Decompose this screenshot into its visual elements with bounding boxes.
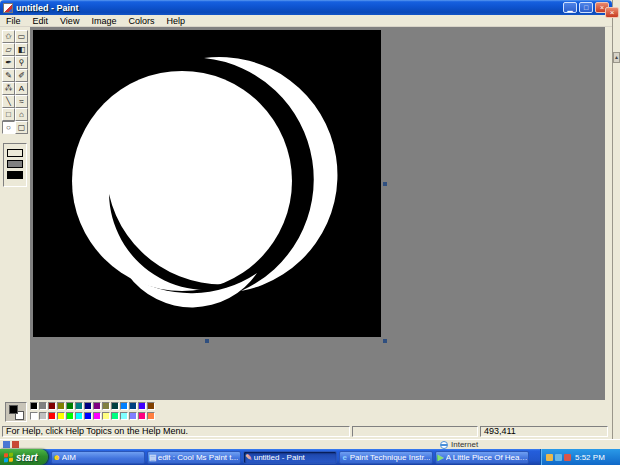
tool-ellipse[interactable]: ○ <box>2 121 15 134</box>
fill-style-outline-option[interactable] <box>7 149 23 157</box>
palette-swatch[interactable] <box>57 412 65 420</box>
palette-swatch[interactable] <box>57 402 65 410</box>
statusbar-mini-icon <box>12 441 19 448</box>
canvas-resize-handle-right[interactable] <box>383 182 387 186</box>
tool-curve[interactable]: ≈ <box>15 95 28 108</box>
palette-swatch[interactable] <box>39 412 47 420</box>
palette-swatch[interactable] <box>39 402 47 410</box>
tray-icon[interactable] <box>555 454 562 461</box>
palette-swatch[interactable] <box>138 402 146 410</box>
fill-icon: ◧ <box>18 45 26 54</box>
fill-style-solid-option[interactable] <box>7 171 23 179</box>
drawing-canvas[interactable] <box>33 30 381 337</box>
menu-image[interactable]: Image <box>85 15 122 27</box>
text-icon: A <box>19 84 24 93</box>
tray-icon[interactable] <box>546 454 553 461</box>
palette-swatch[interactable] <box>66 402 74 410</box>
menu-help[interactable]: Help <box>160 15 191 27</box>
palette-swatch[interactable] <box>102 402 110 410</box>
paint-window: untitled - Paint ▁ □ × File Edit View Im… <box>0 0 612 439</box>
fill-style-outline-filled-option[interactable] <box>7 160 23 168</box>
palette-swatch[interactable] <box>138 412 146 420</box>
background-window-close-button[interactable]: × <box>605 7 619 18</box>
taskbar-task-a-little-piece-of-heaven[interactable]: ▶ A Little Piece Of Heaven <box>435 451 529 464</box>
tool-polygon[interactable]: ⌂ <box>15 108 28 121</box>
menu-edit[interactable]: Edit <box>27 15 55 27</box>
rectangle-icon: □ <box>6 110 11 119</box>
tool-select[interactable]: ▭ <box>15 30 28 43</box>
task-label: A Little Piece Of Heaven <box>446 452 528 463</box>
palette-swatch[interactable] <box>75 402 83 410</box>
palette-swatch[interactable] <box>147 412 155 420</box>
close-icon: × <box>600 4 604 11</box>
tool-grid: ✩ ▭ ▱ ◧ ✒ ⚲ ✎ ✐ ⁂ A ╲ ≈ □ ⌂ ○ ▢ <box>0 27 30 134</box>
tool-rectangle[interactable]: □ <box>2 108 15 121</box>
task-label: edit : Cool Ms Paint t... <box>158 452 238 463</box>
select-icon: ▭ <box>18 32 26 41</box>
tool-fill-with-color[interactable]: ◧ <box>15 43 28 56</box>
tool-eraser[interactable]: ▱ <box>2 43 15 56</box>
palette-swatch[interactable] <box>129 402 137 410</box>
current-colors-indicator <box>5 402 27 422</box>
minimize-button[interactable]: ▁ <box>563 2 577 13</box>
window-title: untitled - Paint <box>16 3 563 13</box>
palette-swatch[interactable] <box>111 412 119 420</box>
palette-swatch[interactable] <box>120 412 128 420</box>
tool-line[interactable]: ╲ <box>2 95 15 108</box>
taskbar-task-untitled-paint[interactable]: ✎ untitled - Paint <box>243 451 337 464</box>
status-help-panel: For Help, click Help Topics on the Help … <box>2 426 350 437</box>
titlebar[interactable]: untitled - Paint ▁ □ × <box>0 0 612 15</box>
tool-pencil[interactable]: ✎ <box>2 69 15 82</box>
curve-icon: ≈ <box>19 97 23 106</box>
polygon-icon: ⌂ <box>19 110 24 119</box>
internet-zone-icon <box>440 441 448 449</box>
palette-swatch[interactable] <box>48 412 56 420</box>
tool-brush[interactable]: ✐ <box>15 69 28 82</box>
canvas-resize-handle-bottom[interactable] <box>205 339 209 343</box>
free-form-select-icon: ✩ <box>5 32 12 41</box>
palette-swatch[interactable] <box>30 412 38 420</box>
paint-app-icon <box>3 3 13 13</box>
pencil-icon: ✎ <box>5 71 12 80</box>
window-controls: ▁ □ × <box>563 2 609 13</box>
palette-swatch[interactable] <box>84 402 92 410</box>
tray-icon[interactable] <box>564 454 571 461</box>
background-scrollbar-up-button[interactable]: ▴ <box>613 52 620 63</box>
tool-text[interactable]: A <box>15 82 28 95</box>
taskbar-task-edit-cool-ms-paint[interactable]: ▤ edit : Cool Ms Paint t... <box>147 451 241 464</box>
palette-swatch[interactable] <box>102 412 110 420</box>
taskbar-clock[interactable]: 5:52 PM <box>575 453 605 462</box>
canvas-resize-handle-corner[interactable] <box>383 339 387 343</box>
menu-view[interactable]: View <box>54 15 85 27</box>
palette-swatch[interactable] <box>66 412 74 420</box>
drawing-white-disc <box>72 71 292 291</box>
taskbar-task-aim[interactable]: ☻ AIM <box>51 451 145 464</box>
paint-icon: ✎ <box>244 452 254 463</box>
palette-swatch[interactable] <box>93 412 101 420</box>
menu-colors[interactable]: Colors <box>122 15 160 27</box>
palette-swatch[interactable] <box>120 402 128 410</box>
palette-swatch[interactable] <box>147 402 155 410</box>
palette-swatch[interactable] <box>84 412 92 420</box>
tool-magnifier[interactable]: ⚲ <box>15 56 28 69</box>
start-button[interactable]: start <box>0 449 48 465</box>
line-icon: ╲ <box>6 97 11 106</box>
eyedropper-icon: ✒ <box>5 58 12 67</box>
palette-swatch[interactable] <box>30 402 38 410</box>
tool-panel: ✩ ▭ ▱ ◧ ✒ ⚲ ✎ ✐ ⁂ A ╲ ≈ □ ⌂ ○ ▢ <box>0 27 30 400</box>
status-coordinates-panel: 493,411 <box>480 426 608 437</box>
palette-swatch[interactable] <box>75 412 83 420</box>
task-label: AIM <box>62 452 76 463</box>
tool-free-form-select[interactable]: ✩ <box>2 30 15 43</box>
menu-file[interactable]: File <box>0 15 27 27</box>
tool-pick-color[interactable]: ✒ <box>2 56 15 69</box>
palette-swatch[interactable] <box>129 412 137 420</box>
taskbar-task-paint-technique[interactable]: e Paint Technique Instr... <box>339 451 433 464</box>
palette-swatch[interactable] <box>93 402 101 410</box>
maximize-button[interactable]: □ <box>579 2 593 13</box>
palette-swatch[interactable] <box>111 402 119 410</box>
palette-swatch[interactable] <box>48 402 56 410</box>
brush-icon: ✐ <box>18 71 25 80</box>
tool-airbrush[interactable]: ⁂ <box>2 82 15 95</box>
tool-rounded-rectangle[interactable]: ▢ <box>15 121 28 134</box>
